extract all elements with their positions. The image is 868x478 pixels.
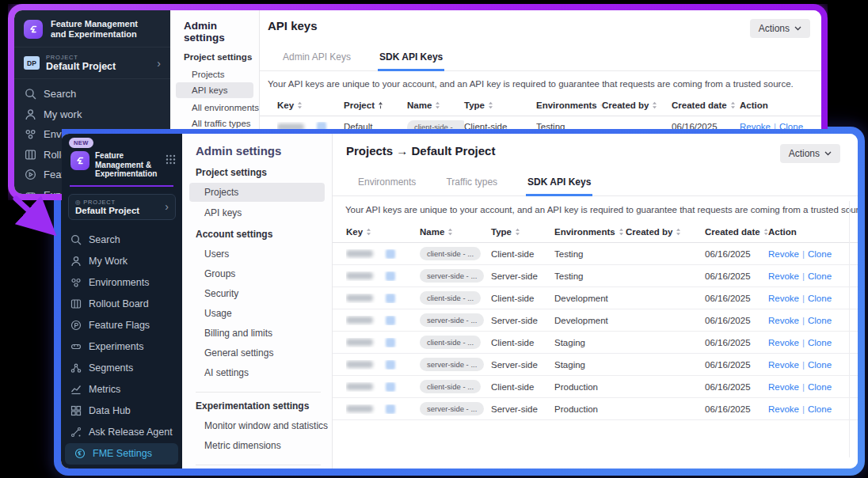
key-type: Server-side (491, 271, 554, 281)
sidebar-item-metrics[interactable]: Metrics (61, 379, 182, 400)
nav-item-api-keys[interactable]: API keys (182, 203, 332, 222)
column-header-created-date[interactable]: Created date (672, 101, 740, 110)
sidebar-item-ask-release-agent[interactable]: Ask Release Agent (61, 422, 182, 443)
copy-icon[interactable] (386, 294, 395, 303)
column-header-created-by[interactable]: Created by (626, 227, 705, 237)
clone-link[interactable]: Clone (808, 271, 832, 281)
column-header-created-date[interactable]: Created date (705, 227, 768, 237)
revoke-link[interactable]: Revoke (768, 360, 799, 370)
sort-icon (297, 101, 303, 109)
sidebar-item-feature-flags[interactable]: Feature Flags (61, 315, 182, 336)
clone-link[interactable]: Clone (808, 249, 832, 259)
revoke-link[interactable]: Revoke (768, 338, 799, 347)
nav-item-monitor-window[interactable]: Monitor window and statistics (182, 416, 332, 435)
actions-button[interactable]: Actions (750, 19, 810, 38)
sidebar-item-rollout-board[interactable]: Rollout Board (61, 294, 182, 315)
tab-sdk-api-keys[interactable]: SDK API Keys (378, 48, 444, 71)
nav-item-usage[interactable]: Usage (182, 304, 332, 323)
chevron-right-icon: › (165, 201, 169, 212)
column-header-key[interactable]: Key (277, 101, 344, 110)
sidebar-item-label: Environments (89, 277, 149, 288)
sidebar-item-environments[interactable]: Environments (61, 272, 182, 294)
nav-item-general-settings[interactable]: General settings (182, 343, 332, 362)
sidebar-item-label: Data Hub (89, 405, 131, 416)
revoke-link[interactable]: Revoke (768, 404, 799, 414)
sort-icon (652, 101, 657, 109)
scrollbar-track[interactable] (849, 201, 850, 457)
sidebar-item-fme-settings[interactable]: FME Settings (65, 443, 178, 465)
column-header-environments[interactable]: Environments (554, 227, 626, 237)
sidebar-item-experiments[interactable]: Experiments (61, 336, 182, 358)
column-header-project[interactable]: Project (344, 101, 407, 110)
tab-sdk-api-keys[interactable]: SDK API Keys (526, 173, 592, 196)
revoke-link[interactable]: Revoke (768, 271, 799, 281)
description-text: Your API keys are unique to your account… (345, 205, 842, 214)
column-header-created-by[interactable]: Created by (602, 101, 672, 110)
sidebar-item-label: Ask Release Agent (89, 427, 173, 438)
action-separator: | (802, 404, 805, 414)
column-header-environments[interactable]: Environments (536, 101, 602, 110)
column-header-name[interactable]: Name (420, 227, 491, 237)
nav-item-security[interactable]: Security (182, 284, 332, 303)
tab-environments[interactable]: Environments (356, 173, 417, 195)
key-environment: Staging (554, 360, 626, 370)
project-selector[interactable]: ◎ PROJECT Default Project › (68, 194, 176, 220)
copy-icon[interactable] (386, 338, 395, 347)
key-environment: Staging (554, 338, 626, 347)
nav-item-all-traffic-types[interactable]: All traffic types (170, 116, 259, 131)
clone-link[interactable]: Clone (808, 382, 832, 392)
page-title: Projects → Default Project (346, 144, 495, 157)
column-header-type[interactable]: Type (464, 101, 536, 110)
chevron-down-icon (824, 151, 832, 156)
project-label: PROJECT (46, 54, 116, 61)
column-header-name[interactable]: Name (407, 101, 464, 110)
nav-item-users[interactable]: Users (182, 245, 332, 264)
tab-traffic-types[interactable]: Traffic types (444, 173, 499, 195)
sidebar-item-search[interactable]: Search (61, 230, 182, 251)
nav-item-groups[interactable]: Groups (182, 264, 332, 283)
actions-button[interactable]: Actions (780, 144, 840, 163)
sidebar-item-my-work[interactable]: My Work (61, 251, 182, 272)
column-header-type[interactable]: Type (491, 227, 554, 237)
copy-icon[interactable] (386, 404, 395, 414)
revoke-link[interactable]: Revoke (768, 382, 799, 392)
column-header-key[interactable]: Key (346, 227, 420, 237)
nav-item-metric-dimensions[interactable]: Metric dimensions (182, 436, 332, 455)
app-switcher-grid-icon[interactable] (166, 154, 176, 165)
copy-icon[interactable] (386, 316, 395, 325)
sidebar-item-segments[interactable]: Segments (61, 358, 182, 379)
created-date: 06/16/2025 (705, 360, 768, 370)
copy-icon[interactable] (386, 382, 395, 392)
revoke-link[interactable]: Revoke (768, 249, 799, 259)
key-name-pill: client-side - ... (420, 336, 481, 349)
accent-divider (70, 185, 173, 187)
key-environment: Development (554, 294, 626, 303)
fme-logo-icon (24, 20, 43, 39)
project-selector[interactable]: DP PROJECT Default Project › (14, 47, 170, 79)
sort-icon (619, 228, 624, 236)
copy-icon[interactable] (386, 249, 395, 259)
clone-link[interactable]: Clone (808, 316, 832, 325)
sidebar-item-search[interactable]: Search (14, 84, 170, 104)
board-columns-icon (25, 149, 36, 161)
nav-item-billing[interactable]: Billing and limits (182, 324, 332, 343)
clone-link[interactable]: Clone (808, 338, 832, 347)
nav-item-api-keys[interactable]: API keys (176, 82, 253, 98)
clone-link[interactable]: Clone (808, 294, 832, 303)
tab-admin-api-keys[interactable]: Admin API Keys (281, 48, 352, 70)
created-date: 06/16/2025 (705, 249, 768, 259)
nav-item-projects[interactable]: Projects (189, 183, 325, 202)
nav-item-projects[interactable]: Projects (170, 66, 259, 82)
nav-item-ai-settings[interactable]: AI settings (182, 363, 332, 382)
sidebar-item-data-hub[interactable]: Data Hub (61, 400, 182, 422)
clone-link[interactable]: Clone (808, 404, 832, 414)
sidebar-item-label: Rollout Board (89, 298, 149, 309)
nav-item-all-environments[interactable]: All environments (170, 100, 259, 116)
copy-icon[interactable] (386, 360, 395, 370)
revoke-link[interactable]: Revoke (768, 294, 799, 303)
clone-link[interactable]: Clone (808, 360, 832, 370)
admin-nav-title: Admin settings (170, 20, 259, 44)
revoke-link[interactable]: Revoke (768, 316, 799, 325)
sidebar-item-my-work[interactable]: My work (14, 104, 170, 125)
copy-icon[interactable] (386, 271, 395, 281)
